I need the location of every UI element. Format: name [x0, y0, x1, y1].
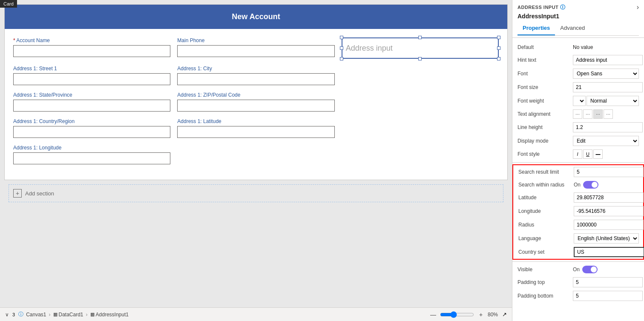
search-within-radius-toggle[interactable] [583, 181, 598, 189]
country-set-input[interactable]: US [574, 247, 644, 257]
prop-search-within-radius: Search within radius On [513, 179, 643, 191]
main-phone-input[interactable] [177, 45, 334, 57]
zip-input[interactable] [177, 100, 334, 112]
padding-bottom-label: Padding bottom [518, 293, 573, 299]
radius-input[interactable]: 1000000 [574, 220, 644, 230]
country-label: Address 1: Country/Region [13, 118, 170, 124]
panel-close-arrow[interactable]: › [637, 3, 639, 11]
breadcrumb-datacard[interactable]: ▩ DataCard1 [53, 312, 83, 318]
panel-header: ADDRESS INPUT ⓘ › AddressInput1 Properti… [512, 0, 644, 38]
handle-bl[interactable] [340, 57, 343, 60]
prop-text-alignment: Text alignment ⋯ ⋯ ⋯ ⋯ [512, 108, 644, 120]
country-field: Address 1: Country/Region [13, 118, 170, 138]
handle-br[interactable] [497, 57, 500, 60]
address-input-field: Address input [342, 37, 499, 59]
display-mode-select[interactable]: Edit [573, 136, 639, 146]
zoom-controls: — + 80% ↗ [429, 310, 507, 319]
prop-font-size: Font size 21 [512, 80, 644, 94]
display-mode-label: Display mode [518, 138, 573, 144]
padding-bottom-input[interactable]: 5 [573, 291, 643, 301]
street1-input[interactable] [13, 73, 170, 85]
highlighted-section: Search result limit 5 Search within radi… [512, 164, 644, 260]
panel-component-name: ADDRESS INPUT ⓘ [518, 4, 566, 11]
align-justify-button[interactable]: ⋯ [604, 109, 613, 119]
page-down-btn[interactable]: ∨ [5, 312, 9, 318]
card-label: Card [0, 0, 17, 8]
fit-icon[interactable]: ↗ [502, 311, 507, 318]
handle-tm[interactable] [418, 36, 422, 39]
prop-search-result-limit: Search result limit 5 [513, 165, 643, 179]
zoom-out-button[interactable]: — [429, 310, 437, 319]
country-set-label: Country set [518, 249, 574, 255]
hint-text-input[interactable]: Address input [573, 55, 643, 65]
text-alignment-buttons: ⋯ ⋯ ⋯ ⋯ [573, 109, 613, 119]
zoom-slider[interactable] [440, 311, 474, 318]
longitude-field: Address 1: Longitude [13, 145, 170, 164]
prop-longitude: Longitude -95.5416576 [513, 204, 643, 218]
add-section[interactable]: + Add section [9, 184, 503, 202]
search-result-limit-label: Search result limit [518, 169, 574, 175]
breadcrumb-canvas[interactable]: Canvas1 [26, 312, 46, 318]
datacard-icon: ▩ [53, 312, 58, 317]
font-select[interactable]: Open Sans [573, 69, 639, 79]
padding-top-input[interactable]: 5 [573, 277, 643, 287]
prop-language: Language English (United States) [513, 232, 643, 245]
font-label: Font [518, 71, 573, 77]
default-label: Default [518, 44, 573, 50]
tab-properties[interactable]: Properties [518, 21, 555, 35]
panel-instance-name: AddressInput1 [518, 11, 639, 21]
prop-font: Font Open Sans [512, 67, 644, 80]
search-within-radius-toggle-wrapper: On [574, 181, 598, 189]
street1-field: Address 1: Street 1 [13, 66, 170, 85]
search-result-limit-input[interactable]: 5 [574, 167, 644, 177]
add-section-icon: + [13, 189, 22, 198]
divider [512, 162, 644, 163]
city-label: Address 1: City [177, 66, 334, 72]
longitude-input[interactable] [13, 152, 170, 164]
handle-ml[interactable] [340, 46, 343, 50]
address-input-placeholder: Address input [346, 44, 393, 53]
handle-tr[interactable] [497, 36, 500, 39]
addressinput-icon: ▩ [90, 312, 95, 317]
tab-advanced[interactable]: Advanced [555, 21, 590, 35]
longitude-prop-label: Longitude [518, 208, 574, 214]
font-size-input[interactable]: 21 [573, 82, 643, 92]
language-select[interactable]: English (United States) [574, 233, 639, 244]
font-weight-value-select[interactable]: Normal [586, 96, 639, 106]
search-within-radius-label: Search within radius [518, 182, 574, 188]
bottom-bar: ∨ 3 ⓘ Canvas1 › ▩ DataCard1 › ▩ Addr [0, 307, 512, 321]
handle-bm[interactable] [418, 57, 422, 60]
address-input-wrapper[interactable]: Address input [342, 37, 499, 59]
latitude-input[interactable]: 29.8057728 [574, 192, 644, 203]
font-weight-select[interactable]: B [573, 96, 586, 106]
align-right-button[interactable]: ⋯ [593, 109, 603, 119]
prop-line-height: Line height 1.2 [512, 120, 644, 134]
state-input[interactable] [13, 100, 170, 112]
handle-mr[interactable] [497, 46, 500, 50]
visible-toggle-wrapper: On [573, 266, 598, 273]
line-height-input[interactable]: 1.2 [573, 122, 643, 132]
italic-button[interactable]: I [573, 149, 582, 159]
panel-tabs: Properties Advanced [518, 21, 639, 36]
prop-padding-top: Padding top 5 [512, 275, 644, 289]
account-name-input[interactable] [13, 45, 170, 57]
underline-button[interactable]: U [583, 149, 592, 159]
state-label: Address 1: State/Province [13, 92, 170, 98]
align-left-button[interactable]: ⋯ [573, 109, 582, 119]
divider2 [512, 261, 644, 262]
strikethrough-button[interactable]: — [593, 149, 603, 159]
zoom-in-button[interactable]: + [477, 310, 485, 319]
longitude-input[interactable]: -95.5416576 [574, 206, 644, 216]
country-input[interactable] [13, 126, 170, 138]
prop-padding-bottom: Padding bottom 5 [512, 289, 644, 303]
info-icon[interactable]: ⓘ [560, 4, 566, 11]
breadcrumb-addressinput[interactable]: ▩ AddressInput1 [90, 312, 129, 318]
main-phone-field: Main Phone [177, 37, 334, 59]
prop-display-mode: Display mode Edit [512, 134, 644, 148]
latitude-input[interactable] [177, 126, 334, 138]
handle-tl[interactable] [340, 36, 343, 39]
align-center-button[interactable]: ⋯ [583, 109, 592, 119]
line-height-label: Line height [518, 124, 573, 130]
city-input[interactable] [177, 73, 334, 85]
visible-toggle[interactable] [582, 266, 598, 273]
